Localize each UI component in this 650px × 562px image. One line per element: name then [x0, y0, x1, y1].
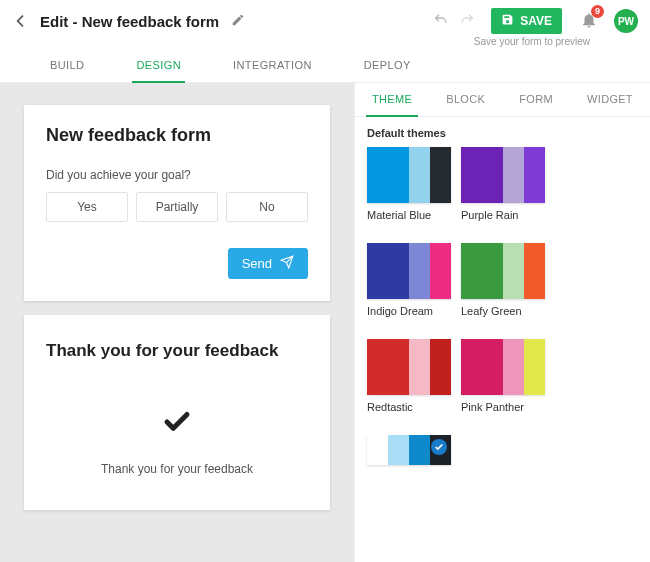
- notif-badge: 9: [591, 5, 604, 18]
- themes-section-label: Default themes: [355, 117, 650, 147]
- theme-name: Redtastic: [367, 401, 451, 425]
- thanks-body: Thank you for your feedback: [46, 462, 308, 476]
- panel-tab-theme[interactable]: THEME: [366, 83, 418, 117]
- avatar[interactable]: PW: [614, 9, 638, 33]
- option-partially[interactable]: Partially: [136, 192, 218, 222]
- theme-item[interactable]: Leafy Green: [461, 243, 545, 329]
- back-arrow-icon[interactable]: [12, 12, 30, 30]
- thanks-title: Thank you for your feedback: [46, 341, 308, 361]
- send-label: Send: [242, 256, 272, 271]
- option-yes[interactable]: Yes: [46, 192, 128, 222]
- form-title: New feedback form: [46, 125, 308, 146]
- theme-name: Pink Panther: [461, 401, 545, 425]
- theme-swatch: [461, 243, 545, 299]
- panel-tab-form[interactable]: FORM: [513, 83, 559, 116]
- redo-icon[interactable]: [459, 12, 475, 31]
- tab-integration[interactable]: INTEGRATION: [229, 51, 316, 82]
- theme-item[interactable]: Purple Rain: [461, 147, 545, 233]
- option-no[interactable]: No: [226, 192, 308, 222]
- theme-item[interactable]: Indigo Dream: [367, 243, 451, 329]
- theme-name: Indigo Dream: [367, 305, 451, 329]
- page-title: Edit - New feedback form: [40, 13, 219, 30]
- theme-swatch: [461, 339, 545, 395]
- theme-swatch: [367, 243, 451, 299]
- tab-build[interactable]: BUILD: [46, 51, 88, 82]
- tab-deploy[interactable]: DEPLOY: [360, 51, 415, 82]
- theme-swatch: [461, 147, 545, 203]
- theme-item[interactable]: Pink Panther: [461, 339, 545, 425]
- form-question: Did you achieve your goal?: [46, 168, 308, 182]
- selected-check-icon: [431, 439, 447, 455]
- panel-tab-widget[interactable]: WIDGET: [581, 83, 639, 116]
- tab-design[interactable]: DESIGN: [132, 51, 185, 83]
- theme-item-selected[interactable]: [367, 435, 451, 465]
- save-label: SAVE: [520, 14, 552, 28]
- thanks-preview-card: Thank you for your feedback Thank you fo…: [24, 315, 330, 510]
- theme-name: Leafy Green: [461, 305, 545, 329]
- undo-icon[interactable]: [433, 12, 449, 31]
- check-icon: [162, 407, 192, 440]
- theme-item[interactable]: Material Blue: [367, 147, 451, 233]
- theme-name: Purple Rain: [461, 209, 545, 233]
- theme-swatch: [367, 435, 451, 465]
- save-disk-icon: [501, 13, 514, 29]
- theme-swatch: [367, 339, 451, 395]
- panel-tab-block[interactable]: BLOCK: [440, 83, 491, 116]
- edit-title-icon[interactable]: [231, 13, 245, 30]
- form-preview-card: New feedback form Did you achieve your g…: [24, 105, 330, 301]
- save-button[interactable]: SAVE: [491, 8, 562, 34]
- send-button[interactable]: Send: [228, 248, 308, 279]
- theme-name: Material Blue: [367, 209, 451, 233]
- notifications-icon[interactable]: 9: [580, 11, 598, 32]
- theme-item[interactable]: Redtastic: [367, 339, 451, 425]
- save-hint: Save your form to preview: [0, 36, 650, 47]
- theme-swatch: [367, 147, 451, 203]
- send-icon: [280, 255, 294, 272]
